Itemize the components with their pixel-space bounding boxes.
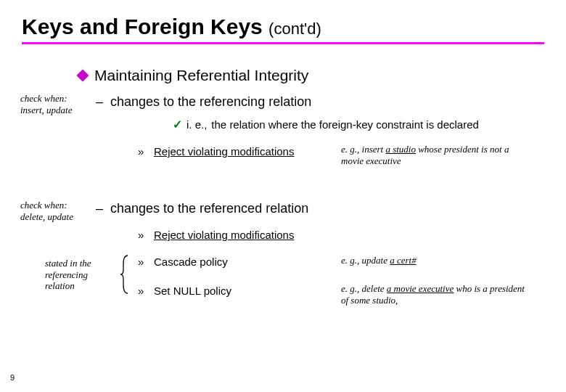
section2-sub1: » Reject violating modifications [138,229,294,241]
ex2-pre: update [362,255,390,266]
example-2: e. g., update a cert# [341,255,522,266]
eg-label: e. g., [341,144,359,155]
section1-heading: – changes to the referencing relation [96,94,311,110]
margin-note-3: stated in the referencing relation [45,258,114,292]
brace-icon [119,254,129,295]
section1-check-line: ✓ i. e., the relation where the foreign-… [173,118,479,131]
ex1-pre: insert [362,144,386,155]
eg-label: e. g., [341,255,359,266]
section2-heading: – changes to the referenced relation [96,201,308,216]
guillemet-icon: » [138,285,148,297]
slide: Keys and Foreign Keys (cont'd) Maintaini… [0,0,566,392]
section2-sub3: » Set NULL policy [138,285,231,297]
slide-title-suffix: (cont'd) [268,20,321,38]
margin-note-1: check when: insert, update [20,93,89,115]
eg-label: e. g., [341,283,359,294]
section1-sub1: » Reject violating modifications [138,145,294,158]
ex1-underline: a studio [385,144,416,155]
example-3: e. g., delete a movie executive who is a… [341,283,530,307]
check-icon: ✓ [173,118,182,131]
diamond-icon [77,70,89,82]
section2-heading-text: changes to the referenced relation [110,201,308,216]
section1-check-prefix: i. e., [186,118,207,131]
section2-sub2: » Cascade policy [138,256,228,268]
margin-note-2: check when: delete, update [20,200,89,222]
slide-title: Keys and Foreign Keys [22,15,268,38]
ex3-pre: delete [362,283,387,294]
ex3-underline: a movie executive [387,283,454,294]
guillemet-icon: » [138,229,148,241]
section2-sub2-text: Cascade policy [154,256,228,268]
guillemet-icon: » [138,145,148,158]
ex2-underline: a cert# [390,255,416,266]
section2-sub3-text: Set NULL policy [154,285,231,297]
dash-icon: – [96,94,104,110]
title-block: Keys and Foreign Keys (cont'd) [22,15,544,44]
example-1: e. g., insert a studio whose president i… [341,144,522,168]
section1-heading-text: changes to the referencing relation [110,94,311,110]
page-number: 9 [10,373,15,382]
dash-icon: – [96,201,104,216]
main-bullet: Maintaining Referential Integrity [78,67,308,84]
main-topic-text: Maintaining Referential Integrity [94,67,308,84]
guillemet-icon: » [138,256,148,268]
section1-check-text: the relation where the foreign-key const… [211,118,479,131]
section2-sub1-text: Reject violating modifications [154,229,294,241]
section1-sub1-text: Reject violating modifications [154,145,294,158]
